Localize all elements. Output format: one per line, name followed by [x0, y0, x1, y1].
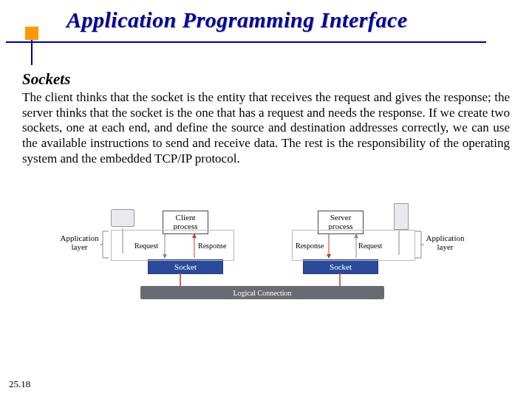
socket-box-right: Socket — [303, 259, 378, 274]
body-paragraph: The client thinks that the socket is the… — [22, 90, 510, 167]
title-underline — [6, 41, 486, 43]
app-layer-label-right: Application layer — [421, 234, 469, 251]
section-heading: Sockets — [22, 70, 70, 89]
app-layer-label-left: Application layer — [55, 234, 103, 251]
logical-connection-band: Logical Connection — [140, 286, 384, 299]
bracket-left-icon — [100, 231, 110, 258]
client-laptop-icon — [111, 209, 134, 227]
title-accent-square — [25, 27, 38, 40]
conn-line-right-icon — [337, 273, 343, 287]
client-boundary-box — [111, 230, 234, 261]
conn-line-left-icon — [177, 273, 183, 287]
title-accent-vertical — [31, 40, 33, 65]
socket-diagram: Application layer Application layer Clie… — [59, 203, 473, 321]
socket-box-left: Socket — [148, 259, 223, 274]
slide-title: Application Programming Interface — [66, 7, 525, 33]
page-number: 25.18 — [9, 378, 30, 390]
title-block: Application Programming Interface — [0, 7, 532, 56]
server-boundary-box — [292, 230, 415, 261]
